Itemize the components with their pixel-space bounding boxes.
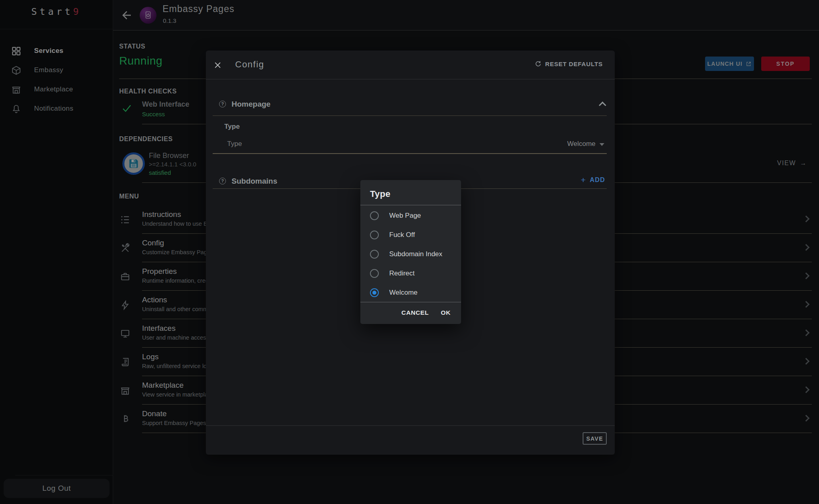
divider	[360, 205, 461, 205]
radio-icon	[370, 211, 379, 220]
radio-label: Welcome	[389, 289, 418, 297]
type-dialog: Type Web Page Fuck Off Subdomain Index R…	[360, 180, 461, 324]
radio-option-welcome[interactable]: Welcome	[360, 283, 461, 302]
radio-icon	[370, 269, 379, 278]
radio-label: Web Page	[389, 212, 421, 220]
app-root: Start9 Services Embassy Marketplace Noti…	[0, 0, 819, 504]
radio-label: Redirect	[389, 269, 415, 277]
radio-option-redirect[interactable]: Redirect	[360, 264, 461, 283]
radio-option-subdomain-index[interactable]: Subdomain Index	[360, 245, 461, 264]
radio-icon	[370, 231, 379, 239]
radio-icon	[370, 250, 379, 259]
radio-selected-icon	[370, 288, 379, 297]
divider	[360, 302, 461, 302]
radio-label: Subdomain Index	[389, 250, 442, 258]
radio-option-web-page[interactable]: Web Page	[360, 206, 461, 225]
radio-label: Fuck Off	[389, 231, 415, 239]
ok-button[interactable]: OK	[441, 309, 451, 316]
cancel-button[interactable]: CANCEL	[401, 309, 429, 316]
radio-option-fuck-off[interactable]: Fuck Off	[360, 225, 461, 245]
type-dialog-title: Type	[370, 189, 390, 199]
dialog-button-row: CANCEL OK	[401, 309, 451, 316]
